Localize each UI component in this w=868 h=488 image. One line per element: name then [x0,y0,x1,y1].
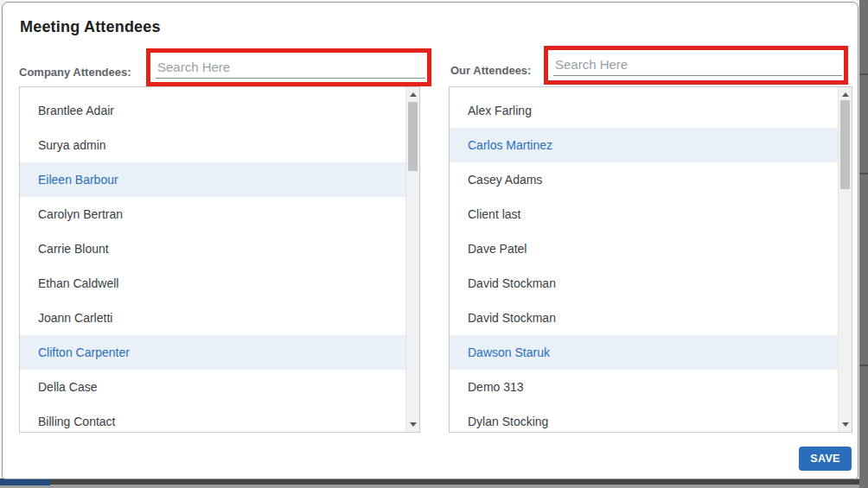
our-list-scrollbar[interactable] [838,87,852,432]
page: Meeting Attendees Company Attendees: Bra… [0,0,868,488]
list-item[interactable]: Alex Farling [450,93,839,128]
our-search-input[interactable] [553,53,842,76]
save-button[interactable]: SAVE [799,447,852,471]
list-item[interactable]: Billing Contact [20,404,406,433]
company-list-scrollbar[interactable] [405,87,419,432]
scrollbar-thumb[interactable] [840,100,850,189]
scroll-up-icon[interactable] [406,88,419,101]
triangle-up-icon [410,92,417,97]
scroll-down-icon[interactable] [406,418,419,431]
list-item[interactable]: Carlos Martinez [450,128,839,162]
list-item[interactable]: Dylan Stocking [450,404,839,433]
list-item[interactable]: Surya admin [20,128,406,162]
list-item[interactable]: Dave Patel [450,231,839,266]
company-attendees-list[interactable]: Brantlee AdairSurya adminEileen BarbourC… [19,86,420,433]
triangle-up-icon [842,92,849,97]
scrollbar-thumb[interactable] [408,102,418,171]
list-item[interactable]: Clifton Carpenter [20,335,406,370]
list-item[interactable]: Casey Adams [450,162,839,197]
list-item[interactable]: Dawson Staruk [450,335,839,370]
company-search-input[interactable] [156,55,425,79]
list-item[interactable]: Carrie Blount [20,231,406,266]
list-item[interactable]: Della Case [20,370,406,404]
page-scrollbar[interactable] [859,0,868,488]
list-item[interactable]: Eileen Barbour [20,162,406,197]
list-item[interactable]: Demo 313 [450,370,839,404]
our-attendees-list[interactable]: Alex FarlingCarlos MartinezCasey AdamsCl… [449,86,852,433]
list-item[interactable]: Carolyn Bertran [20,197,406,231]
triangle-down-icon [410,422,417,427]
company-search-highlight-box [146,48,431,86]
page-scrollbar-segment [859,73,868,75]
scroll-down-icon[interactable] [839,418,852,431]
our-attendees-label: Our Attendees: [450,64,531,77]
page-scrollbar-segment [859,364,868,366]
company-attendees-label: Company Attendees: [19,66,131,79]
scroll-up-icon[interactable] [839,88,852,101]
list-item[interactable]: Ethan Caldwell [20,266,406,301]
background-content-text [0,479,859,485]
background-content-logo [0,478,50,485]
list-item[interactable]: Brantlee Adair [20,93,406,128]
dialog-title: Meeting Attendees [20,18,161,36]
list-item[interactable]: David Stockman [450,266,839,301]
our-search-highlight-box [544,46,848,85]
list-item[interactable]: Client last [450,197,839,231]
page-scrollbar-segment [859,173,868,174]
list-item[interactable]: David Stockman [450,301,839,335]
background-content-strip [0,478,859,488]
triangle-down-icon [842,422,849,427]
meeting-attendees-dialog: Meeting Attendees Company Attendees: Bra… [2,2,858,479]
list-item[interactable]: Joann Carletti [20,301,406,335]
